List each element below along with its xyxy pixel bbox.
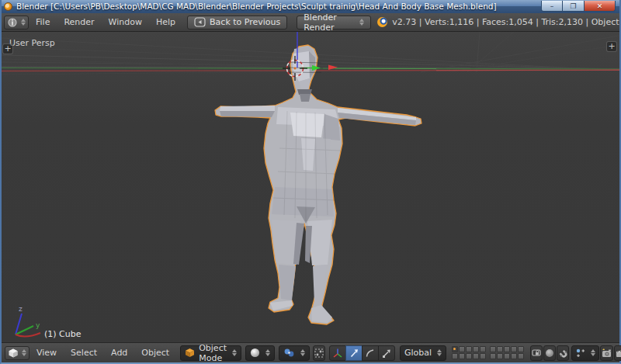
proportional-edit-dropdown[interactable] xyxy=(543,345,556,361)
3d-viewport[interactable]: z y User Persp (1) Cube + + xyxy=(2,32,619,342)
layer-17[interactable] xyxy=(497,353,503,359)
mode-dropdown-value: Object Mode xyxy=(199,343,227,363)
scene-lock-icon xyxy=(531,348,542,359)
mode-dropdown-arrows xyxy=(232,349,237,356)
shading-dropdown-arrows xyxy=(265,349,270,356)
render-engine-dropdown[interactable]: Blender Render xyxy=(297,16,371,29)
view-mode-label: User Persp xyxy=(9,38,55,48)
menu-view[interactable]: View xyxy=(29,343,64,362)
snap-toggle[interactable] xyxy=(557,345,569,361)
gizmo-y-label: y xyxy=(36,321,40,329)
close-button[interactable]: ✕ xyxy=(584,1,616,12)
human-mesh-object[interactable] xyxy=(215,45,422,324)
active-object-label: (1) Cube xyxy=(44,329,81,339)
translate-manipulator-button[interactable] xyxy=(345,345,363,361)
engine-dropdown-arrows xyxy=(359,19,364,26)
layers-widget xyxy=(452,346,524,359)
mode-dropdown[interactable]: Object Mode xyxy=(180,345,241,361)
layer-4[interactable] xyxy=(473,346,479,352)
menu-select[interactable]: Select xyxy=(64,343,104,362)
menu-window[interactable]: Window xyxy=(102,13,149,31)
manipulate-center-points-toggle[interactable] xyxy=(313,345,325,361)
snap-increment-icon xyxy=(575,348,585,358)
menu-help[interactable]: Help xyxy=(149,13,182,31)
gizmo-z-label: z xyxy=(19,305,23,313)
properties-region-toggle[interactable]: + xyxy=(606,41,617,52)
layer-14[interactable] xyxy=(473,353,479,359)
layer-8[interactable] xyxy=(504,346,510,352)
info-header: File Render Window Help Back to Previous… xyxy=(2,13,619,32)
titlebar[interactable]: Blender [C:\Users\PB\Desktop\MAD\CG MAD\… xyxy=(2,0,619,13)
layer-group-1 xyxy=(452,346,486,359)
layer-3[interactable] xyxy=(466,346,472,352)
menu-add[interactable]: Add xyxy=(104,343,134,362)
viewport-editor-arrows xyxy=(22,349,26,356)
pivot-point-dropdown[interactable] xyxy=(279,345,310,361)
layer-19[interactable] xyxy=(511,353,517,359)
mini-axis-gizmo: z y xyxy=(16,305,40,337)
layer-20[interactable] xyxy=(518,353,524,359)
back-arrow-icon xyxy=(194,17,206,27)
manipulator-toggle-button[interactable] xyxy=(329,345,346,361)
layer-15[interactable] xyxy=(480,353,486,359)
opengl-render-still-button[interactable] xyxy=(600,345,613,361)
render-camera-icon xyxy=(601,348,612,359)
menu-file[interactable]: File xyxy=(29,13,57,31)
layer-13[interactable] xyxy=(466,353,472,359)
layer-11[interactable] xyxy=(452,353,458,359)
shading-solid-icon xyxy=(250,348,260,358)
viewport-header: View Select Add Object Object Mode xyxy=(2,342,619,362)
scene-statistics: v2.73 | Verts:1,116 | Faces:1,054 | Tris… xyxy=(377,17,619,27)
3d-view-editor-icon xyxy=(8,348,19,359)
layer-9[interactable] xyxy=(511,346,517,352)
window-title: Blender [C:\Users\PB\Desktop\MAD\CG MAD\… xyxy=(16,0,541,13)
blender-app-icon xyxy=(4,2,12,11)
snap-element-arrows xyxy=(591,349,595,356)
layer-6[interactable] xyxy=(490,346,496,352)
editor-selector-arrows xyxy=(21,19,26,26)
pivot-dropdown-arrows xyxy=(300,349,305,356)
center-points-icon xyxy=(314,348,324,359)
viewport-shading-dropdown[interactable] xyxy=(245,345,275,361)
y-axis-bright-segment xyxy=(335,68,436,69)
opengl-render-anim-button[interactable] xyxy=(614,345,621,361)
editor-type-selector[interactable] xyxy=(4,16,29,29)
statistics-text: v2.73 | Verts:1,116 | Faces:1,054 | Tris… xyxy=(392,17,619,27)
viewport-editor-type-selector[interactable] xyxy=(5,346,29,360)
rotate-manipulator-button[interactable] xyxy=(362,345,379,361)
layer-16[interactable] xyxy=(490,353,496,359)
viewport-scene[interactable]: z y xyxy=(2,32,619,342)
window-controls: – ❐ ✕ xyxy=(541,1,616,12)
layer-2[interactable] xyxy=(459,346,465,352)
clapperboard-icon xyxy=(615,348,621,359)
menu-object[interactable]: Object xyxy=(134,343,176,362)
tool-shelf-toggle[interactable]: + xyxy=(2,43,13,54)
menu-render[interactable]: Render xyxy=(57,13,101,31)
render-engine-value: Blender Render xyxy=(304,12,354,33)
snap-element-dropdown[interactable] xyxy=(571,345,599,361)
transform-orientation-dropdown[interactable]: Global xyxy=(400,345,446,361)
scale-arrow-icon xyxy=(381,348,392,359)
lock-to-scene-toggle[interactable] xyxy=(530,345,543,361)
rotate-arc-icon xyxy=(365,348,376,359)
layer-7[interactable] xyxy=(497,346,503,352)
back-to-previous-button[interactable]: Back to Previous xyxy=(187,16,287,29)
minimize-button[interactable]: – xyxy=(541,1,563,12)
maximize-button[interactable]: ❐ xyxy=(563,1,584,12)
blender-window: Blender [C:\Users\PB\Desktop\MAD\CG MAD\… xyxy=(0,0,621,364)
translate-arrow-icon xyxy=(349,348,359,359)
orientation-dropdown-arrows xyxy=(437,349,442,356)
scale-manipulator-button[interactable] xyxy=(378,345,395,361)
layer-12[interactable] xyxy=(459,353,465,359)
manipulator-axis-icon xyxy=(332,348,343,359)
layer-5[interactable] xyxy=(480,346,486,352)
layer-18[interactable] xyxy=(504,353,510,359)
pivot-median-icon xyxy=(283,348,295,358)
blender-logo-icon xyxy=(377,17,387,27)
proportional-edit-icon xyxy=(544,348,555,359)
layer-10[interactable] xyxy=(518,346,524,352)
layer-group-2 xyxy=(490,346,524,359)
magnet-icon xyxy=(557,348,568,359)
layer-1[interactable] xyxy=(452,346,458,352)
back-to-previous-label: Back to Previous xyxy=(210,17,280,27)
